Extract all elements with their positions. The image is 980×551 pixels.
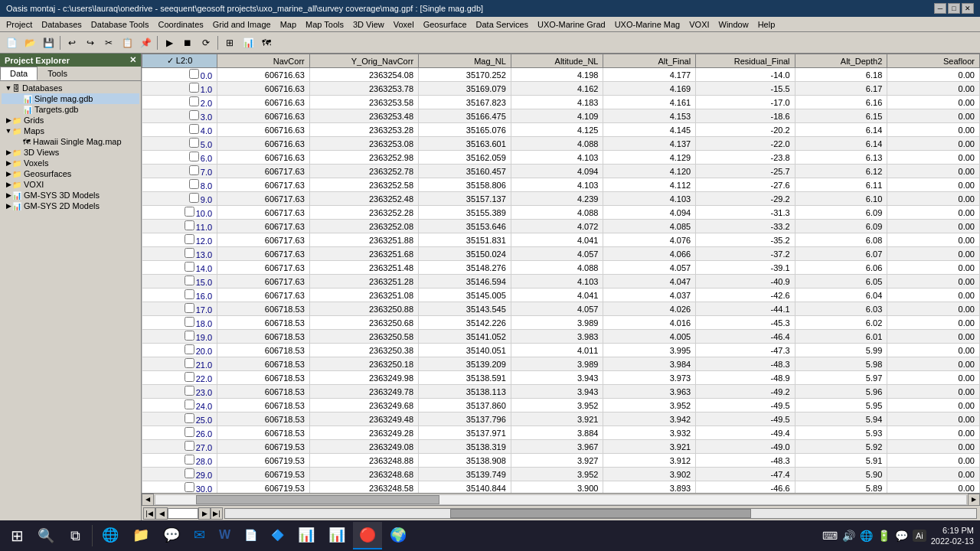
table-row[interactable]: 26.0606718.532363249.2835137.9713.8843.9…: [142, 426, 980, 440]
col-header-altitude_nl[interactable]: Altitude_NL: [511, 54, 603, 68]
menu-item-voxel[interactable]: Voxel: [389, 19, 419, 30]
menu-item-window[interactable]: Window: [714, 19, 753, 30]
table-row[interactable]: 8.0606717.632363252.5835158.8064.1034.11…: [142, 178, 980, 192]
table-row[interactable]: 30.0606719.532363248.5835140.8443.9003.8…: [142, 481, 980, 494]
col-header-check[interactable]: ✓ L2:0: [142, 54, 217, 68]
table-row[interactable]: 14.0606717.632363251.4835148.2764.0884.0…: [142, 261, 980, 275]
row-checkbox-3[interactable]: [189, 110, 199, 120]
taskbar-powerpoint[interactable]: 📊: [322, 522, 351, 549]
row-checkbox-23[interactable]: [185, 386, 194, 396]
maximize-button[interactable]: □: [948, 3, 960, 14]
table-row[interactable]: 7.0606717.632363252.7835160.4574.0944.12…: [142, 165, 980, 178]
nav-first-button[interactable]: |◀: [143, 507, 155, 520]
table-row[interactable]: 9.0606717.632363252.4835157.1374.2394.10…: [142, 192, 980, 206]
tree-item-11[interactable]: ▶📊GM-SYS 2D Models: [2, 201, 139, 211]
table-row[interactable]: 24.0606718.532363249.6835137.8603.9523.9…: [142, 399, 980, 412]
table-row[interactable]: 27.0606719.532363249.0835138.3193.9673.9…: [142, 440, 980, 454]
nav-next-button[interactable]: ▶: [198, 507, 211, 520]
row-checkbox-13[interactable]: [185, 248, 194, 258]
tree-item-5[interactable]: 🗺Hawaii Single Mag.map: [2, 136, 139, 147]
taskbar-acrobat[interactable]: 📄: [238, 522, 263, 549]
menu-item-database-tools[interactable]: Database Tools: [87, 19, 154, 30]
row-checkbox-26[interactable]: [185, 427, 194, 437]
table-row[interactable]: 0.0606716.632363254.0835170.2524.1984.17…: [142, 68, 980, 82]
table-row[interactable]: 20.0606718.532363250.3835140.0514.0113.9…: [142, 344, 980, 357]
col-header-alt_final[interactable]: Alt_Final: [603, 54, 696, 68]
row-checkbox-8[interactable]: [189, 179, 199, 189]
table-row[interactable]: 1.0606716.632363253.7835169.0794.1624.16…: [142, 82, 980, 96]
menu-item-help[interactable]: Help: [753, 19, 780, 30]
table-row[interactable]: 5.0606716.632363253.0835163.6014.0884.13…: [142, 137, 980, 151]
tree-expand-11[interactable]: ▶: [5, 202, 12, 210]
tree-item-4[interactable]: ▼📁Maps: [2, 126, 139, 136]
col-header-navcorr[interactable]: NavCorr: [217, 54, 310, 68]
tray-icon5[interactable]: 💬: [895, 530, 908, 542]
nav-prev-button[interactable]: ◀: [155, 507, 168, 520]
tree-item-10[interactable]: ▶📊GM-SYS 3D Models: [2, 190, 139, 201]
tree-expand-7[interactable]: ▶: [5, 159, 12, 167]
taskbar-chrome[interactable]: 🌍: [384, 522, 413, 549]
tree-expand-0[interactable]: ▼: [5, 84, 12, 92]
row-checkbox-18[interactable]: [185, 317, 194, 327]
col-header-mag_nl[interactable]: Mag_NL: [419, 54, 511, 68]
col-header-residual_final[interactable]: Residual_Final: [696, 54, 795, 68]
menu-item-databases[interactable]: Databases: [37, 19, 87, 30]
data-table-container[interactable]: ✓ L2:0NavCorrY_Orig_NavCorrMag_NLAltitud…: [142, 54, 980, 493]
row-checkbox-22[interactable]: [185, 372, 194, 382]
toolbar-new[interactable]: 📄: [3, 34, 20, 51]
bottom-scrollbar-thumb[interactable]: [450, 509, 750, 518]
row-checkbox-29[interactable]: [185, 468, 194, 478]
row-checkbox-14[interactable]: [185, 262, 194, 272]
table-row[interactable]: 10.0606717.632363252.2835155.3894.0884.0…: [142, 206, 980, 220]
table-row[interactable]: 18.0606718.532363250.6835142.2263.9894.0…: [142, 316, 980, 330]
tree-expand-8[interactable]: ▶: [5, 170, 12, 178]
nav-last-button[interactable]: ▶|: [211, 507, 223, 520]
bottom-scrollbar[interactable]: [224, 508, 977, 519]
row-checkbox-0[interactable]: [189, 69, 199, 79]
tray-icon4[interactable]: 🔋: [877, 530, 890, 542]
row-checkbox-5[interactable]: [189, 138, 199, 148]
row-checkbox-19[interactable]: [185, 331, 194, 341]
row-checkbox-27[interactable]: [185, 441, 194, 451]
col-header-y_orig[interactable]: Y_Orig_NavCorr: [309, 54, 418, 68]
toolbar-map[interactable]: 🗺: [258, 34, 275, 51]
taskbar-word[interactable]: W: [213, 522, 237, 549]
toolbar-chart[interactable]: 📊: [240, 34, 256, 51]
row-checkbox-15[interactable]: [185, 276, 194, 285]
horizontal-scrollbar[interactable]: ◀ ▶: [142, 493, 980, 505]
table-row[interactable]: 28.0606719.532363248.8835138.9083.9273.9…: [142, 454, 980, 468]
search-taskbar[interactable]: 🔍: [32, 522, 60, 549]
tab-tools[interactable]: Tools: [38, 67, 77, 80]
menu-item-3d-view[interactable]: 3D View: [348, 19, 389, 30]
nav-page-input[interactable]: [168, 508, 198, 519]
scroll-thumb[interactable]: [196, 495, 439, 504]
row-checkbox-21[interactable]: [185, 358, 194, 368]
tree-expand-10[interactable]: ▶: [5, 191, 12, 199]
scroll-track[interactable]: [155, 494, 967, 505]
table-row[interactable]: 16.0606717.632363251.0835145.0054.0414.0…: [142, 289, 980, 302]
pe-close-icon[interactable]: ✕: [129, 55, 136, 65]
toolbar-stop[interactable]: ⏹: [179, 34, 196, 51]
row-checkbox-6[interactable]: [189, 152, 199, 161]
tree-item-1[interactable]: 📊Single mag.gdb: [2, 93, 139, 104]
tree-item-7[interactable]: ▶📁Voxels: [2, 158, 139, 168]
toolbar-table[interactable]: ⊞: [221, 34, 238, 51]
taskbar-outlook[interactable]: ✉: [188, 522, 211, 549]
taskbar-oasis[interactable]: 🔴: [353, 522, 382, 549]
table-row[interactable]: 13.0606717.632363251.6835150.0244.0574.0…: [142, 247, 980, 261]
table-row[interactable]: 3.0606716.632363253.4835166.4754.1094.15…: [142, 109, 980, 123]
table-row[interactable]: 4.0606716.632363253.2835165.0764.1254.14…: [142, 123, 980, 137]
row-checkbox-10[interactable]: [185, 207, 194, 217]
table-row[interactable]: 12.0606717.632363251.8835151.8314.0414.0…: [142, 233, 980, 247]
taskbar-explorer[interactable]: 📁: [126, 522, 155, 549]
table-row[interactable]: 6.0606716.632363252.9835162.0594.1034.12…: [142, 151, 980, 165]
start-button[interactable]: ⊞: [3, 522, 31, 549]
table-row[interactable]: 23.0606718.532363249.7835138.1133.9433.9…: [142, 385, 980, 399]
tree-expand-9[interactable]: ▶: [5, 181, 12, 188]
row-checkbox-7[interactable]: [189, 165, 199, 175]
toolbar-open[interactable]: 📂: [21, 34, 38, 51]
row-checkbox-20[interactable]: [185, 344, 194, 354]
table-row[interactable]: 2.0606716.632363253.5835167.8234.1834.16…: [142, 96, 980, 109]
toolbar-redo[interactable]: ↪: [82, 34, 99, 51]
ai-label[interactable]: Ai: [913, 530, 926, 542]
